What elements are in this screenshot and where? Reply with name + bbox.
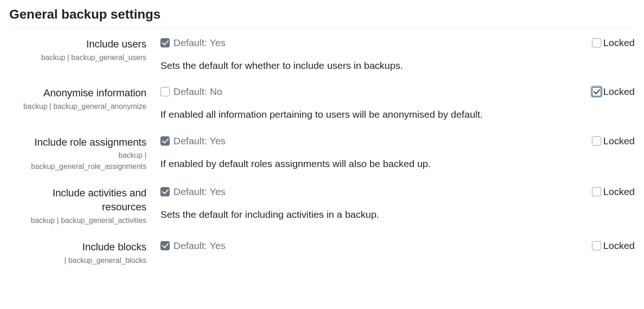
default-line: Default: Yes — [160, 240, 583, 251]
locked-block: Locked — [592, 135, 635, 147]
locked-checkbox[interactable] — [592, 136, 601, 146]
default-block: Default: Yes — [160, 240, 583, 262]
locked-block: Locked — [592, 86, 635, 97]
setting-description: If enabled all information pertaining to… — [160, 107, 583, 121]
default-text: Default: Yes — [173, 240, 226, 251]
default-checkbox[interactable] — [160, 136, 170, 146]
locked-label: Locked — [603, 135, 635, 147]
locked-checkbox[interactable] — [592, 87, 601, 96]
locked-label: Locked — [603, 240, 635, 251]
setting-name: backup | backup_general_users — [9, 52, 146, 63]
setting-row: Include usersbackup | backup_general_use… — [9, 37, 635, 72]
label-column: Include usersbackup | backup_general_use… — [9, 37, 160, 63]
label-column: Include activities and resourcesbackup |… — [9, 186, 160, 226]
default-block: Default: YesIf enabled by default roles … — [160, 135, 583, 170]
locked-block: Locked — [592, 37, 635, 48]
default-block: Default: YesSets the default for whether… — [160, 37, 583, 72]
setting-name: backup | backup_general_role_assignments — [9, 150, 146, 172]
locked-label: Locked — [603, 86, 635, 97]
default-block: Default: YesSets the default for includi… — [160, 186, 583, 221]
setting-row: Include role assignmentsbackup | backup_… — [9, 135, 635, 173]
setting-label: Include blocks — [9, 240, 146, 254]
content-column: Default: YesIf enabled by default roles … — [160, 135, 635, 170]
default-text: Default: Yes — [173, 135, 226, 147]
setting-row: Include activities and resourcesbackup |… — [9, 186, 635, 226]
default-checkbox[interactable] — [160, 87, 170, 96]
setting-description: Sets the default for including activitie… — [160, 208, 583, 221]
setting-row: Include blocks| backup_general_blocksDef… — [9, 240, 635, 266]
content-column: Default: YesLocked — [160, 240, 635, 262]
divider — [9, 28, 635, 29]
content-column: Default: YesSets the default for includi… — [160, 186, 635, 221]
locked-block: Locked — [592, 186, 635, 197]
label-column: Anonymise informationbackup | backup_gen… — [9, 86, 160, 112]
locked-label: Locked — [603, 37, 635, 48]
setting-label: Include users — [9, 37, 146, 51]
default-line: Default: Yes — [160, 37, 583, 48]
default-checkbox[interactable] — [160, 241, 170, 250]
default-text: Default: Yes — [173, 37, 226, 48]
default-line: Default: Yes — [160, 135, 583, 147]
setting-label: Include activities and resources — [9, 186, 146, 214]
content-column: Default: NoIf enabled all information pe… — [160, 86, 635, 121]
default-line: Default: No — [160, 86, 583, 97]
default-checkbox[interactable] — [160, 187, 170, 196]
setting-name: backup | backup_general_activities — [9, 215, 146, 226]
locked-label: Locked — [603, 186, 635, 197]
setting-description: If enabled by default roles assignments … — [160, 157, 583, 170]
default-text: Default: No — [173, 86, 222, 97]
default-checkbox[interactable] — [160, 38, 170, 47]
locked-checkbox[interactable] — [592, 38, 601, 47]
locked-checkbox[interactable] — [592, 241, 601, 250]
setting-description: Sets the default for whether to include … — [160, 59, 583, 72]
label-column: Include blocks| backup_general_blocks — [9, 240, 160, 266]
content-column: Default: YesSets the default for whether… — [160, 37, 635, 72]
locked-checkbox[interactable] — [592, 187, 601, 196]
default-line: Default: Yes — [160, 186, 583, 197]
locked-block: Locked — [592, 240, 635, 251]
default-block: Default: NoIf enabled all information pe… — [160, 86, 583, 121]
default-text: Default: Yes — [173, 186, 226, 197]
setting-row: Anonymise informationbackup | backup_gen… — [9, 86, 635, 121]
label-column: Include role assignmentsbackup | backup_… — [9, 135, 160, 173]
page-title: General backup settings — [9, 7, 635, 22]
setting-name: | backup_general_blocks — [9, 255, 146, 266]
setting-label: Anonymise information — [9, 86, 146, 100]
setting-label: Include role assignments — [9, 135, 146, 149]
setting-name: backup | backup_general_anonymize — [9, 101, 146, 112]
